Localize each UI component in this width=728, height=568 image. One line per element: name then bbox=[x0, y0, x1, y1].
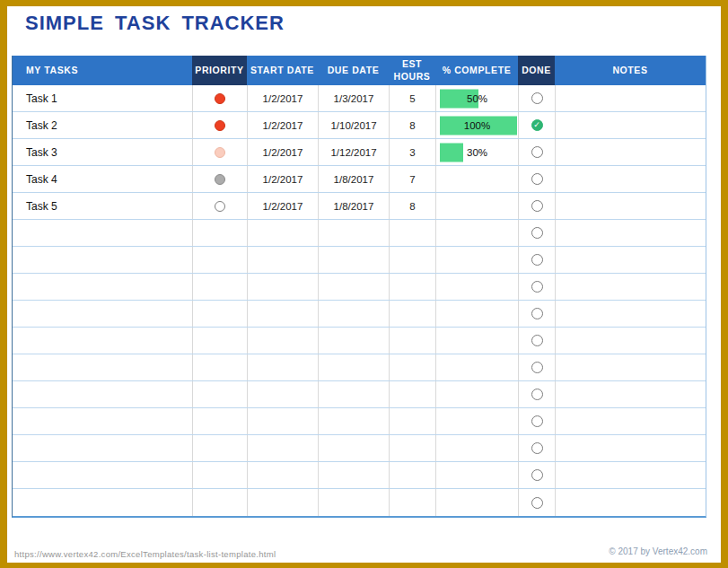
cell-start-date[interactable] bbox=[247, 462, 318, 488]
cell-est-hours[interactable] bbox=[389, 435, 435, 461]
cell-start-date[interactable] bbox=[247, 220, 318, 246]
cell-done[interactable] bbox=[518, 489, 555, 516]
cell-est-hours[interactable] bbox=[389, 462, 435, 488]
cell-priority[interactable] bbox=[192, 112, 247, 138]
done-checkbox[interactable] bbox=[531, 415, 543, 427]
done-checkbox[interactable] bbox=[531, 335, 543, 346]
cell-notes[interactable] bbox=[555, 301, 706, 327]
cell-est-hours[interactable]: 7 bbox=[389, 166, 435, 192]
cell-priority[interactable] bbox=[192, 139, 247, 165]
cell-priority[interactable] bbox=[192, 220, 247, 246]
cell-start-date[interactable] bbox=[247, 435, 318, 461]
cell-task-name[interactable] bbox=[13, 381, 192, 407]
cell-priority[interactable] bbox=[192, 193, 247, 219]
done-checkbox[interactable] bbox=[531, 308, 543, 319]
cell-percent-complete[interactable]: 100% bbox=[435, 112, 518, 138]
cell-priority[interactable] bbox=[192, 274, 247, 300]
done-checkbox[interactable] bbox=[531, 469, 543, 481]
done-checkbox[interactable] bbox=[531, 173, 543, 185]
cell-start-date[interactable]: 1/2/2017 bbox=[247, 193, 318, 219]
done-checkbox[interactable] bbox=[531, 254, 543, 266]
cell-priority[interactable] bbox=[192, 462, 247, 488]
cell-notes[interactable] bbox=[555, 462, 706, 488]
cell-est-hours[interactable] bbox=[389, 408, 435, 434]
cell-est-hours[interactable] bbox=[389, 354, 435, 380]
cell-notes[interactable] bbox=[555, 408, 706, 434]
cell-done[interactable] bbox=[518, 220, 555, 246]
done-checkbox[interactable] bbox=[531, 281, 543, 293]
cell-task-name[interactable] bbox=[13, 354, 192, 380]
cell-done[interactable] bbox=[518, 408, 555, 434]
cell-task-name[interactable]: Task 4 bbox=[13, 166, 192, 192]
priority-dot-gray[interactable] bbox=[215, 174, 225, 185]
cell-due-date[interactable] bbox=[318, 489, 389, 516]
cell-priority[interactable] bbox=[192, 85, 247, 111]
cell-percent-complete[interactable] bbox=[435, 381, 518, 407]
cell-priority[interactable] bbox=[192, 328, 247, 354]
cell-task-name[interactable] bbox=[13, 274, 192, 300]
cell-percent-complete[interactable] bbox=[435, 435, 518, 461]
cell-percent-complete[interactable] bbox=[435, 274, 518, 300]
done-checkbox[interactable] bbox=[531, 442, 543, 454]
done-checkbox[interactable] bbox=[531, 200, 543, 212]
cell-start-date[interactable] bbox=[247, 274, 318, 300]
cell-percent-complete[interactable] bbox=[435, 462, 518, 488]
cell-start-date[interactable] bbox=[247, 301, 318, 327]
cell-due-date[interactable]: 1/3/2017 bbox=[318, 85, 389, 111]
cell-priority[interactable] bbox=[192, 301, 247, 327]
cell-start-date[interactable] bbox=[247, 408, 318, 434]
cell-due-date[interactable] bbox=[318, 408, 389, 434]
priority-dot-open[interactable] bbox=[215, 201, 225, 212]
cell-due-date[interactable]: 1/8/2017 bbox=[318, 193, 389, 219]
cell-task-name[interactable]: Task 5 bbox=[13, 193, 192, 219]
cell-task-name[interactable]: Task 3 bbox=[13, 139, 192, 165]
cell-notes[interactable] bbox=[555, 435, 706, 461]
cell-done[interactable] bbox=[518, 193, 555, 219]
cell-due-date[interactable] bbox=[318, 462, 389, 488]
cell-percent-complete[interactable]: 50% bbox=[435, 85, 518, 111]
cell-done[interactable] bbox=[518, 166, 555, 192]
footer-url-link[interactable]: https://www.vertex42.com/ExcelTemplates/… bbox=[14, 549, 276, 559]
cell-done[interactable] bbox=[518, 328, 555, 354]
cell-est-hours[interactable] bbox=[389, 301, 435, 327]
cell-due-date[interactable]: 1/10/2017 bbox=[318, 112, 389, 138]
cell-due-date[interactable] bbox=[318, 247, 389, 273]
cell-notes[interactable] bbox=[555, 220, 706, 246]
cell-task-name[interactable] bbox=[13, 435, 192, 461]
cell-notes[interactable] bbox=[555, 489, 706, 516]
cell-est-hours[interactable]: 5 bbox=[389, 85, 435, 111]
cell-notes[interactable] bbox=[555, 381, 706, 407]
cell-percent-complete[interactable] bbox=[435, 328, 518, 354]
cell-percent-complete[interactable] bbox=[435, 247, 518, 273]
cell-notes[interactable] bbox=[555, 354, 706, 380]
cell-start-date[interactable] bbox=[247, 328, 318, 354]
cell-start-date[interactable] bbox=[247, 489, 318, 516]
cell-percent-complete[interactable] bbox=[435, 489, 518, 516]
cell-start-date[interactable] bbox=[247, 354, 318, 380]
cell-start-date[interactable] bbox=[247, 247, 318, 273]
cell-done[interactable] bbox=[518, 435, 555, 461]
cell-est-hours[interactable] bbox=[389, 489, 435, 516]
cell-task-name[interactable] bbox=[13, 462, 192, 488]
cell-percent-complete[interactable] bbox=[435, 166, 518, 192]
cell-percent-complete[interactable] bbox=[435, 354, 518, 380]
cell-due-date[interactable] bbox=[318, 435, 389, 461]
cell-priority[interactable] bbox=[192, 489, 247, 516]
cell-start-date[interactable]: 1/2/2017 bbox=[247, 112, 318, 138]
cell-due-date[interactable]: 1/12/2017 bbox=[318, 139, 389, 165]
cell-notes[interactable] bbox=[555, 247, 706, 273]
cell-done[interactable] bbox=[518, 354, 555, 380]
cell-notes[interactable] bbox=[555, 139, 706, 165]
cell-task-name[interactable] bbox=[13, 220, 192, 246]
cell-percent-complete[interactable]: 30% bbox=[435, 139, 518, 165]
cell-percent-complete[interactable] bbox=[435, 220, 518, 246]
done-checkbox-checked[interactable]: ✓ bbox=[531, 119, 543, 131]
done-checkbox[interactable] bbox=[531, 92, 543, 104]
cell-priority[interactable] bbox=[192, 247, 247, 273]
cell-done[interactable] bbox=[518, 462, 555, 488]
done-checkbox[interactable] bbox=[531, 389, 543, 400]
done-checkbox[interactable] bbox=[531, 362, 543, 373]
cell-priority[interactable] bbox=[192, 381, 247, 407]
priority-dot-red[interactable] bbox=[215, 93, 225, 104]
cell-notes[interactable] bbox=[555, 112, 706, 138]
